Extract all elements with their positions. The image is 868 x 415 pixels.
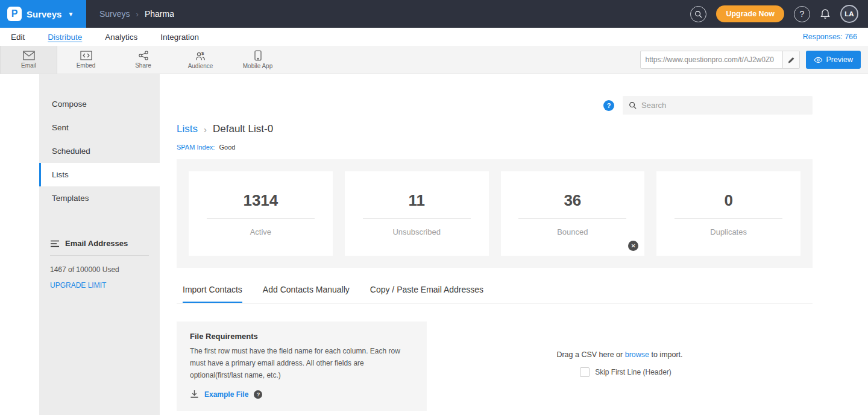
panel-header: ? bbox=[177, 96, 813, 115]
audience-icon: $ bbox=[195, 51, 207, 61]
clear-bounced-icon[interactable]: ✕ bbox=[628, 241, 638, 251]
survey-tabs: Edit Distribute Analytics Integration bbox=[11, 33, 199, 42]
stat-card-active[interactable]: 1314 Active bbox=[189, 171, 333, 256]
lists-panel: ? Lists › Default List-0 SPAM Index: Goo… bbox=[160, 74, 868, 415]
search-icon[interactable] bbox=[690, 6, 706, 22]
spam-index-row: SPAM Index: Good bbox=[177, 144, 813, 151]
tab-distribute[interactable]: Distribute bbox=[48, 33, 82, 42]
email-addresses-header: Email Addresses bbox=[50, 239, 149, 256]
help-icon[interactable]: ? bbox=[603, 100, 614, 111]
share-icon bbox=[138, 51, 149, 60]
survey-url-input[interactable]: https://www.questionpro.com/t/AJ2w0Z0 bbox=[641, 51, 782, 68]
embed-icon bbox=[80, 51, 92, 60]
example-file-help-icon[interactable]: ? bbox=[254, 390, 262, 399]
user-avatar[interactable]: LA bbox=[840, 5, 858, 23]
tab-analytics[interactable]: Analytics bbox=[105, 33, 137, 42]
distribute-toolbar: Email Embed Share $ Audience Mobile App … bbox=[0, 46, 868, 74]
breadcrumb-lists-link[interactable]: Lists bbox=[177, 123, 198, 135]
skip-first-line-label: Skip First Line (Header) bbox=[595, 368, 671, 376]
spam-index-label[interactable]: SPAM Index: bbox=[177, 144, 215, 151]
tab-copy-paste-emails[interactable]: Copy / Paste Email Addresses bbox=[370, 285, 483, 303]
stat-card-unsubscribed[interactable]: 11 Unsubscribed bbox=[345, 171, 489, 256]
drop-instructions: Drag a CSV here or browse to import. bbox=[556, 350, 682, 359]
skip-first-line-row: Skip First Line (Header) bbox=[580, 367, 671, 377]
download-icon bbox=[190, 390, 199, 399]
sidebar-item-templates[interactable]: Templates bbox=[39, 186, 160, 210]
help-icon[interactable]: ? bbox=[794, 6, 810, 22]
browse-link[interactable]: browse bbox=[625, 350, 649, 359]
contact-stats-strip: 1314 Active 11 Unsubscribed 36 Bounced ✕… bbox=[177, 159, 813, 268]
file-requirements-text: The first row must have the field name f… bbox=[190, 346, 407, 381]
tab-import-contacts[interactable]: Import Contacts bbox=[183, 285, 242, 303]
questionpro-logo: P bbox=[7, 7, 22, 21]
file-requirements-title: File Requirements bbox=[190, 332, 414, 341]
mobile-app-icon bbox=[254, 50, 262, 61]
upgrade-now-button[interactable]: Upgrade Now bbox=[716, 5, 784, 22]
chevron-down-icon: ▼ bbox=[68, 11, 74, 17]
toolbar-item-audience[interactable]: $ Audience bbox=[172, 46, 229, 74]
survey-nav-bar: Edit Distribute Analytics Integration Re… bbox=[0, 28, 868, 46]
eye-icon bbox=[814, 57, 823, 63]
email-addresses-section: Email Addresses 1467 of 100000 Used UPGR… bbox=[39, 239, 160, 290]
email-sidebar: Compose Sent Scheduled Lists Templates E… bbox=[39, 74, 160, 415]
toolbar-item-email[interactable]: Email bbox=[0, 46, 57, 74]
notifications-bell-icon[interactable] bbox=[820, 8, 831, 19]
lists-breadcrumb: Lists › Default List-0 bbox=[177, 123, 813, 135]
contacts-search-box bbox=[623, 96, 813, 115]
sidebar-item-compose[interactable]: Compose bbox=[39, 92, 160, 116]
usage-text: 1467 of 100000 Used bbox=[50, 265, 149, 274]
file-requirements-card: File Requirements The first row must hav… bbox=[177, 322, 427, 411]
example-file-row: Example File ? bbox=[190, 390, 414, 399]
breadcrumb-separator: › bbox=[136, 10, 139, 19]
edit-url-pencil-icon[interactable] bbox=[782, 51, 799, 68]
sidebar-item-lists[interactable]: Lists bbox=[39, 163, 160, 186]
content-area: Compose Sent Scheduled Lists Templates E… bbox=[0, 74, 868, 415]
spam-index-value: Good bbox=[219, 144, 235, 151]
tab-add-contacts-manually[interactable]: Add Contacts Manually bbox=[263, 285, 350, 303]
skip-first-line-checkbox[interactable] bbox=[580, 367, 590, 377]
tab-edit[interactable]: Edit bbox=[11, 33, 25, 42]
tab-integration[interactable]: Integration bbox=[160, 33, 199, 42]
breadcrumb-separator: › bbox=[204, 124, 207, 135]
breadcrumb-current-list: Default List-0 bbox=[213, 123, 273, 135]
breadcrumb-survey-name: Pharma bbox=[145, 9, 174, 19]
import-tabs: Import Contacts Add Contacts Manually Co… bbox=[177, 285, 813, 303]
csv-drop-area[interactable]: Drag a CSV here or browse to import. Ski… bbox=[427, 322, 813, 411]
toolbar-item-embed[interactable]: Embed bbox=[57, 46, 115, 74]
email-icon bbox=[23, 51, 35, 60]
stat-card-bounced[interactable]: 36 Bounced ✕ bbox=[501, 171, 645, 256]
sidebar-item-sent[interactable]: Sent bbox=[39, 116, 160, 139]
search-input[interactable] bbox=[641, 101, 807, 110]
search-icon bbox=[629, 101, 637, 109]
product-name: Surveys bbox=[27, 9, 61, 19]
upgrade-limit-link[interactable]: UPGRADE LIMIT bbox=[50, 281, 106, 290]
toolbar-right: https://www.questionpro.com/t/AJ2w0Z0 Pr… bbox=[640, 46, 868, 74]
topbar-breadcrumb: Surveys › Pharma bbox=[99, 9, 690, 19]
import-contacts-body: File Requirements The first row must hav… bbox=[177, 322, 813, 411]
toolbar-item-mobile-app[interactable]: Mobile App bbox=[229, 46, 286, 74]
responses-count-link[interactable]: Responses: 766 bbox=[803, 33, 857, 41]
toolbar-item-share[interactable]: Share bbox=[115, 46, 172, 74]
example-file-link[interactable]: Example File bbox=[204, 390, 248, 399]
breadcrumb-surveys-link[interactable]: Surveys bbox=[99, 9, 130, 19]
survey-url-box: https://www.questionpro.com/t/AJ2w0Z0 bbox=[640, 51, 800, 69]
product-switcher[interactable]: P Surveys ▼ bbox=[0, 0, 86, 28]
top-bar: P Surveys ▼ Surveys › Pharma Upgrade Now… bbox=[0, 0, 868, 28]
stat-card-duplicates[interactable]: 0 Duplicates bbox=[656, 171, 800, 256]
topbar-actions: Upgrade Now ? LA bbox=[690, 5, 868, 23]
sidebar-item-scheduled[interactable]: Scheduled bbox=[39, 139, 160, 163]
list-icon bbox=[50, 240, 60, 247]
svg-text:$: $ bbox=[201, 51, 204, 56]
preview-button[interactable]: Preview bbox=[806, 51, 861, 69]
